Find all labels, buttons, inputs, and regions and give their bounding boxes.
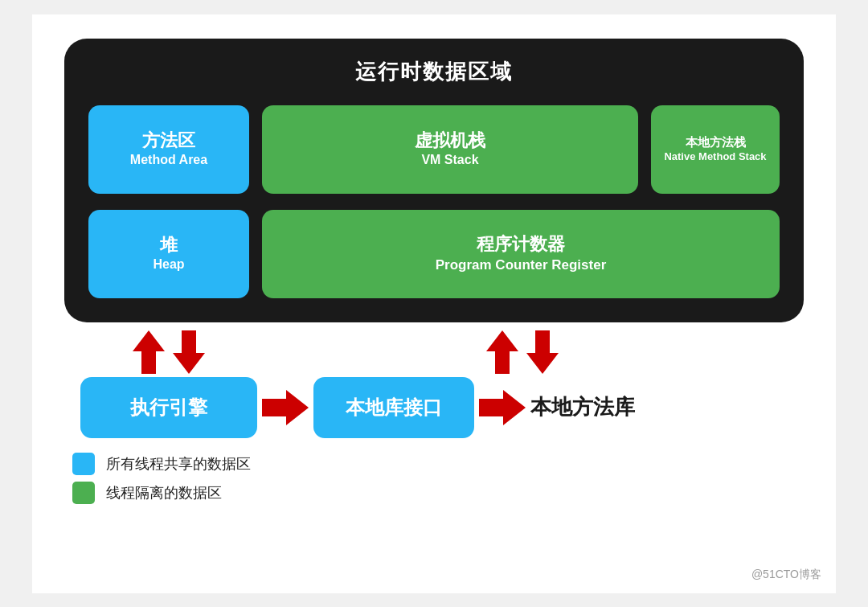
arrow-native-to-library xyxy=(474,390,530,425)
heap-zh: 堆 xyxy=(160,234,178,257)
execution-engine-label: 执行引擎 xyxy=(130,396,207,418)
program-counter-en: Program Counter Register xyxy=(436,256,607,274)
heap-en: Heap xyxy=(153,256,184,273)
right-arrow-1 xyxy=(262,390,309,425)
legend-thread-local-text: 线程隔离的数据区 xyxy=(106,483,222,502)
native-lib-interface-box: 本地库接口 xyxy=(313,377,474,438)
legend-item-thread-local: 线程隔离的数据区 xyxy=(72,482,804,504)
program-counter-zh: 程序计数器 xyxy=(477,233,565,256)
method-area-zh: 方法区 xyxy=(142,129,195,153)
native-arrow-down xyxy=(526,330,559,374)
native-library-label: 本地方法库 xyxy=(530,393,635,421)
native-method-stack-en: Native Method Stack xyxy=(664,150,766,164)
exec-arrow-up xyxy=(133,330,165,374)
runtime-top-row: 方法区 Method Area 虚拟机栈 VM Stack 本地方法栈 Nati… xyxy=(88,105,780,194)
runtime-bottom-row: 堆 Heap 程序计数器 Program Counter Register xyxy=(88,210,780,298)
execution-engine-box: 执行引擎 xyxy=(80,377,257,438)
program-counter-box: 程序计数器 Program Counter Register xyxy=(262,210,780,298)
runtime-area: 运行时数据区域 方法区 Method Area 虚拟机栈 VM Stack 本地… xyxy=(64,39,804,322)
vm-stack-en: VM Stack xyxy=(421,152,478,169)
runtime-title: 运行时数据区域 xyxy=(355,58,513,86)
native-arrows-group xyxy=(430,330,615,374)
legend-blue-box xyxy=(72,453,95,475)
legend-green-box xyxy=(72,482,95,504)
legend: 所有线程共享的数据区 线程隔离的数据区 xyxy=(64,453,804,504)
diagram-container: 运行时数据区域 方法区 Method Area 虚拟机栈 VM Stack 本地… xyxy=(32,14,836,593)
exec-arrow-down xyxy=(173,330,205,374)
legend-item-shared: 所有线程共享的数据区 xyxy=(72,453,804,475)
right-arrow-2 xyxy=(479,390,526,425)
method-area-box: 方法区 Method Area xyxy=(88,105,249,194)
native-lib-interface-label: 本地库接口 xyxy=(346,396,442,418)
native-method-stack-box: 本地方法栈 Native Method Stack xyxy=(651,105,780,194)
vm-stack-zh: 虚拟机栈 xyxy=(415,129,485,153)
native-method-stack-zh: 本地方法栈 xyxy=(686,134,746,150)
bottom-boxes-row: 执行引擎 本地库接口 本地方法库 xyxy=(64,377,804,438)
watermark: @51CTO博客 xyxy=(751,568,821,582)
right-top-group: 虚拟机栈 VM Stack 本地方法栈 Native Method Stack xyxy=(262,105,780,194)
legend-shared-text: 所有线程共享的数据区 xyxy=(106,454,251,474)
heap-box: 堆 Heap xyxy=(88,210,249,298)
method-area-en: Method Area xyxy=(130,152,207,169)
vm-stack-box: 虚拟机栈 VM Stack xyxy=(262,105,638,194)
exec-arrows-group xyxy=(80,330,257,374)
native-arrow-up xyxy=(486,330,518,374)
arrows-above-row xyxy=(64,322,804,374)
arrow-exec-to-native xyxy=(257,390,313,425)
